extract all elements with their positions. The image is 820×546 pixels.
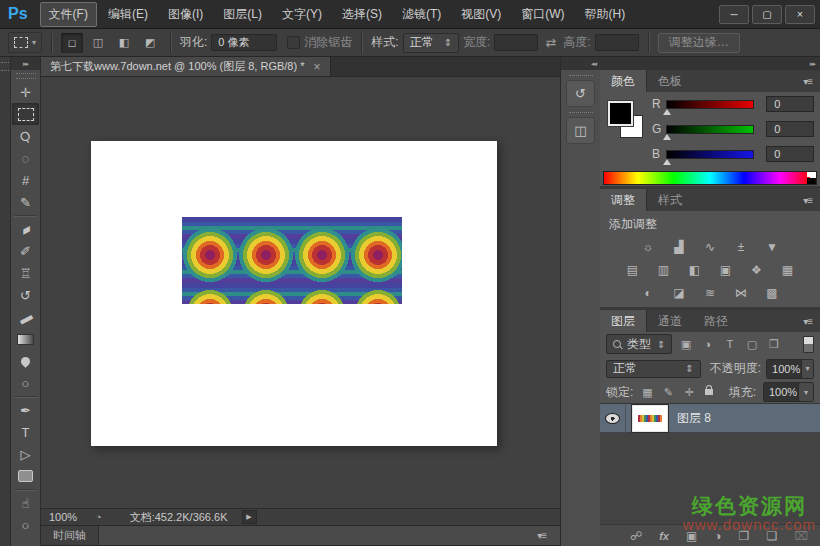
posterize-button[interactable]: ◪	[667, 283, 691, 302]
filter-kind-select[interactable]: 类型 ⇕	[606, 334, 672, 354]
toolbar-collapse-button[interactable]: ▸▸	[11, 57, 40, 70]
menu-filter[interactable]: 滤镜(T)	[393, 2, 450, 27]
antialias-checkbox[interactable]	[287, 36, 300, 49]
path-selection-tool[interactable]: ▷	[12, 443, 39, 465]
tab-swatches[interactable]: 色板	[647, 70, 693, 92]
lock-transparent-pixels-button[interactable]: ▦	[640, 386, 654, 399]
fill-field[interactable]: 100% ▾	[763, 382, 814, 402]
pen-tool[interactable]: ✒	[12, 399, 39, 421]
tab-color[interactable]: 颜色	[600, 70, 647, 92]
quick-selection-tool[interactable]: ◌	[12, 147, 39, 169]
menu-layer[interactable]: 图层(L)	[214, 2, 271, 27]
gradient-map-button[interactable]: ⋈	[729, 283, 753, 302]
zoom-tool[interactable]: ○	[12, 514, 39, 536]
red-value-field[interactable]: 0	[766, 96, 814, 112]
add-to-selection-button[interactable]: ◫	[87, 33, 109, 53]
menu-type[interactable]: 文字(Y)	[273, 2, 331, 27]
curves-button[interactable]: ∿	[698, 237, 722, 256]
feather-input[interactable]: 0 像素	[211, 34, 277, 51]
width-input[interactable]	[494, 34, 538, 51]
channel-mixer-button[interactable]: ❖	[745, 260, 769, 279]
clone-stamp-tool[interactable]: ♖	[12, 262, 39, 284]
filter-adjustment-layers-button[interactable]: ◑	[699, 336, 716, 353]
intersect-selection-button[interactable]: ◩	[139, 33, 161, 53]
levels-button[interactable]: ▟	[667, 237, 691, 256]
hue-saturation-button[interactable]: ▤	[621, 260, 645, 279]
eraser-tool[interactable]: ▬	[12, 306, 39, 328]
panel-menu-icon[interactable]: ▾≡	[803, 76, 820, 87]
new-adjustment-layer-icon[interactable]: ◑	[714, 529, 721, 543]
move-tool[interactable]: ✛	[12, 81, 39, 103]
style-select[interactable]: 正常 ⇕	[403, 33, 459, 53]
height-input[interactable]	[595, 34, 639, 51]
new-selection-button[interactable]: □	[61, 33, 83, 53]
menu-select[interactable]: 选择(S)	[333, 2, 391, 27]
gradient-tool[interactable]	[12, 328, 39, 350]
filter-toggle-switch[interactable]	[803, 336, 814, 353]
menu-help[interactable]: 帮助(H)	[576, 2, 635, 27]
tab-adjustments[interactable]: 调整	[600, 189, 647, 211]
filter-type-layers-button[interactable]: T	[721, 336, 738, 353]
new-layer-icon[interactable]: ❏	[766, 529, 777, 543]
dodge-tool[interactable]: ○	[12, 372, 39, 394]
panel-menu-icon[interactable]: ▾≡	[537, 530, 560, 541]
foreground-color-swatch[interactable]	[608, 101, 633, 126]
brush-tool[interactable]: ✐	[12, 240, 39, 262]
slider-thumb[interactable]	[663, 134, 671, 140]
history-panel-button[interactable]: ↺	[566, 80, 595, 107]
red-slider[interactable]	[666, 100, 755, 109]
delete-layer-icon[interactable]: ⌧	[794, 529, 808, 543]
green-value-field[interactable]: 0	[766, 121, 814, 137]
chevron-down-icon[interactable]: ▾	[801, 360, 813, 378]
dock-collapse-button[interactable]: ▸▸	[600, 57, 820, 70]
filter-pixel-layers-button[interactable]: ▣	[677, 336, 694, 353]
brightness-contrast-button[interactable]: ☼	[636, 237, 660, 256]
filter-shape-layers-button[interactable]: ▢	[743, 336, 760, 353]
slider-thumb[interactable]	[663, 109, 671, 115]
blend-mode-select[interactable]: 正常 ⇕	[606, 360, 701, 378]
black-chip[interactable]	[807, 178, 816, 184]
vibrance-button[interactable]: ▼	[760, 237, 784, 256]
refine-edge-button[interactable]: 调整边缘…	[658, 33, 740, 53]
link-layers-icon[interactable]: ☍	[630, 529, 642, 543]
panel-menu-icon[interactable]: ▾≡	[803, 195, 820, 206]
status-menu-arrow[interactable]: ▶	[242, 510, 257, 524]
history-brush-tool[interactable]: ↺	[12, 284, 39, 306]
menu-image[interactable]: 图像(I)	[159, 2, 212, 27]
dock-expand-button[interactable]: ◂◂	[561, 57, 600, 70]
add-layer-mask-icon[interactable]: ▣	[686, 529, 697, 543]
threshold-button[interactable]: ≋	[698, 283, 722, 302]
type-tool[interactable]: T	[12, 421, 39, 443]
lock-position-button[interactable]: ✛	[682, 386, 696, 399]
photo-filter-button[interactable]: ▣	[714, 260, 738, 279]
color-lookup-button[interactable]: ▦	[776, 260, 800, 279]
rectangular-marquee-tool[interactable]	[12, 103, 39, 125]
menu-file[interactable]: 文件(F)	[40, 2, 97, 27]
eyedropper-tool[interactable]: ✎	[12, 191, 39, 213]
spot-healing-brush-tool[interactable]: ▰	[12, 218, 39, 240]
chevron-down-icon[interactable]: ▾	[798, 383, 813, 401]
maximize-button[interactable]: ▢	[752, 5, 782, 24]
color-balance-button[interactable]: ▥	[652, 260, 676, 279]
lock-image-pixels-button[interactable]: ✎	[661, 386, 675, 399]
white-chip[interactable]	[807, 172, 816, 177]
document-tab[interactable]: 第七下载www.7down.net @ 100% (图层 8, RGB/8) *…	[41, 57, 331, 76]
document-canvas[interactable]	[91, 141, 497, 446]
zoom-level-field[interactable]: 100%	[49, 511, 89, 523]
hand-tool[interactable]: ☝	[12, 492, 39, 514]
layer-thumbnail[interactable]	[632, 405, 668, 432]
tool-preset-picker[interactable]: ▾	[8, 32, 42, 53]
visibility-cell[interactable]	[600, 404, 626, 432]
selective-color-button[interactable]: ▩	[760, 283, 784, 302]
menu-view[interactable]: 视图(V)	[452, 2, 510, 27]
menu-edit[interactable]: 编辑(E)	[99, 2, 157, 27]
tab-channels[interactable]: 通道	[647, 310, 693, 332]
tab-timeline[interactable]: 时间轴	[41, 526, 99, 545]
tab-layers[interactable]: 图层	[600, 310, 647, 332]
invert-button[interactable]: ◐	[636, 283, 660, 302]
minimize-button[interactable]: ─	[719, 5, 749, 24]
slider-thumb[interactable]	[663, 159, 671, 165]
exposure-button[interactable]: ±	[729, 237, 753, 256]
lasso-tool[interactable]: Ϙ	[12, 125, 39, 147]
blue-value-field[interactable]: 0	[766, 146, 814, 162]
